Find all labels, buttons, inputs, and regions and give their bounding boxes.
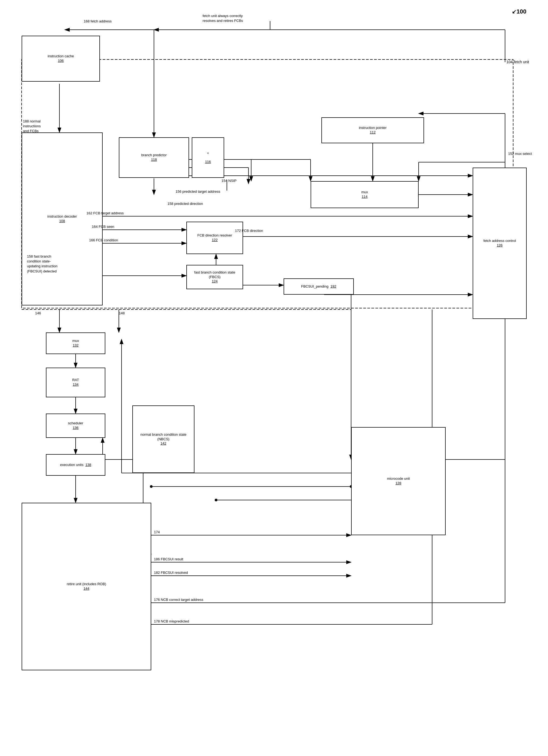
scheduler-box: scheduler 136 xyxy=(46,414,105,438)
microcode-unit-box: microcode unit 128 xyxy=(351,427,446,535)
instruction-decoder-label: instruction decoder xyxy=(47,214,77,219)
fcb-direction-resolver-box: FCB direction resolver 122 xyxy=(186,222,243,254)
fetch-address-label: 168 fetch address xyxy=(84,19,112,24)
branch-predictor-ref: 118 xyxy=(151,158,157,162)
mux-114-box: mux 114 xyxy=(310,181,419,208)
mux-114-label: mux xyxy=(361,190,368,195)
instruction-pointer-ref: 112 xyxy=(370,130,376,135)
instruction-pointer-box: instruction pointer 112 xyxy=(321,117,424,143)
nbcs-ref: 142 xyxy=(161,441,166,446)
mux-114-ref: 114 xyxy=(362,195,367,199)
diagram-ref: ↙100 xyxy=(512,8,526,15)
fcb-direction-label: 172 FCB direction xyxy=(235,228,263,233)
fcb-direction-resolver-label: FCB direction resolver xyxy=(198,233,232,238)
fbcsui-result-label: 186 FBCSUI result xyxy=(154,557,183,562)
retire-unit-box: retire unit (includes ROB) 144 xyxy=(22,503,151,670)
scheduler-ref: 136 xyxy=(73,426,79,430)
plus-box: + 116 xyxy=(192,137,224,178)
plus-ref: 116 xyxy=(205,160,211,164)
fbcsui-pending-label: FBCSUI_pending 192 xyxy=(301,284,336,289)
retire-unit-ref: 144 xyxy=(84,587,89,591)
fetch-address-control-ref: 126 xyxy=(497,243,503,248)
ncb-correct-target-label: 176 NCB correct target address xyxy=(154,597,203,602)
instruction-cache-ref: 106 xyxy=(58,59,64,63)
fcb-target-address-label: 162 FCB target address xyxy=(86,211,124,216)
execution-units-label: execution units 138 xyxy=(60,463,91,467)
svg-point-57 xyxy=(150,485,153,488)
fbcsui-resolved-label: 182 FBCSUI resolved xyxy=(154,570,188,575)
predicted-target-label: 156 predicted target address xyxy=(176,189,221,194)
predicted-direction-label: 158 predicted direction xyxy=(168,201,203,206)
plus-label: + xyxy=(207,151,209,156)
fetch-resolves-label: fetch unit always correctly resolves and… xyxy=(203,14,243,23)
microcode-unit-label: microcode unit xyxy=(387,477,410,481)
instruction-decoder-ref: 108 xyxy=(59,219,65,224)
signal-146-label: 146 xyxy=(35,311,41,316)
branch-predictor-label: branch predictor xyxy=(141,153,167,158)
fetch-unit-label: 104 fetch unit xyxy=(506,59,529,65)
nbcs-box: normal branch condition state (NBCS) 142 xyxy=(132,405,195,473)
fbcsui-pending-box: FBCSUI_pending 192 xyxy=(283,278,354,295)
instruction-decoder-box: instruction decoder 108 xyxy=(22,132,103,305)
rat-label: RAT xyxy=(72,378,79,382)
execution-units-box: execution units 138 xyxy=(46,454,105,476)
retire-unit-label: retire unit (includes ROB) xyxy=(67,582,106,587)
fcb-direction-resolver-ref: 122 xyxy=(212,238,218,242)
nbcs-label: normal branch condition state (NBCS) xyxy=(135,432,192,442)
mux-132-box: mux 132 xyxy=(46,332,105,354)
ncb-mispredicted-label: 178 NCB mispredicted xyxy=(154,619,189,624)
instruction-pointer-label: instruction pointer xyxy=(359,126,387,130)
fast-branch-condition-label: fast branch condition state (FBCS) xyxy=(189,270,241,279)
fetch-address-control-box: fetch address control 126 xyxy=(473,168,527,319)
fcb-condition-label: 166 FCB condition xyxy=(89,238,118,243)
fast-branch-condition-box: fast branch condition state (FBCS) 124 xyxy=(186,265,243,289)
microcode-unit-ref: 128 xyxy=(395,481,401,486)
normal-instructions-label: 188 normal instructions and FCBs xyxy=(23,119,41,134)
mux-select-label: 152 mux select xyxy=(508,151,532,156)
mux-132-label: mux xyxy=(72,339,79,343)
fetch-address-control-label: fetch address control xyxy=(483,239,516,243)
rat-box: RAT 134 xyxy=(46,368,105,397)
fbcbsui-detected-label: 158 fast branch condition state- updatin… xyxy=(27,254,58,274)
signal-148-label: 148 xyxy=(119,311,125,316)
scheduler-label: scheduler xyxy=(68,421,83,426)
instruction-cache-box: instruction cache 106 xyxy=(22,36,100,82)
fast-branch-condition-ref: 124 xyxy=(212,279,218,284)
signal-174-label: 174 xyxy=(154,530,160,535)
svg-point-60 xyxy=(215,499,218,501)
mux-132-ref: 132 xyxy=(73,343,79,348)
instruction-cache-label: instruction cache xyxy=(48,54,74,59)
fcb-seen-label: 164 FCB seen xyxy=(92,224,114,229)
diagram-container: ↙100 instruction cache 106 104 fetch uni… xyxy=(0,0,548,756)
nsip-label: 154 NSIP xyxy=(222,178,237,183)
branch-predictor-box: branch predictor 118 xyxy=(119,137,189,178)
rat-ref: 134 xyxy=(73,382,79,387)
